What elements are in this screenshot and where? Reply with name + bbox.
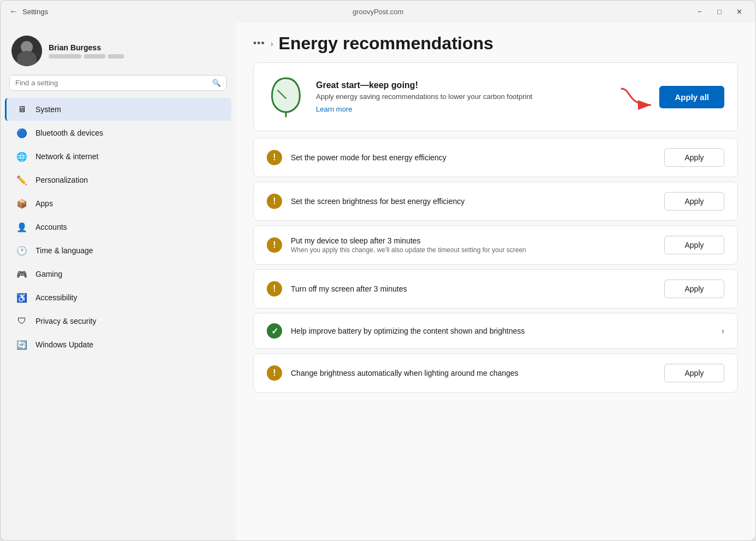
window-controls: − □ ✕ [692, 4, 747, 19]
breadcrumb-arrow: › [271, 39, 273, 48]
sidebar-item-update[interactable]: 🔄 Windows Update [5, 333, 231, 356]
update-icon: 🔄 [16, 339, 28, 351]
content-area: Brian Burgess 🔍 🖥 System [1, 22, 755, 540]
main-content: ••• › Energy recommendations [236, 22, 755, 540]
rec-subtitle-sleep: When you apply this change, we'll also u… [291, 246, 655, 254]
user-name: Brian Burgess [49, 43, 124, 52]
rec-title-screen-off: Turn off my screen after 3 minutes [291, 284, 655, 293]
leaf-icon [267, 74, 305, 120]
sidebar-item-personalization[interactable]: ✏️ Personalization [5, 168, 231, 191]
rec-row-battery-optimize[interactable]: ✓ Help improve battery by optimizing the… [253, 313, 738, 349]
red-arrow-icon [616, 83, 659, 110]
sidebar-item-bluetooth-label: Bluetooth & devices [36, 129, 103, 137]
sidebar-item-accessibility-label: Accessibility [36, 293, 77, 302]
sidebar-item-accounts-label: Accounts [36, 223, 67, 231]
energy-card-content: Great start—keep going! Apply energy sav… [316, 80, 605, 114]
rec-title-auto-brightness: Change brightness automatically when lig… [291, 369, 655, 377]
page-title: Energy recommendations [279, 33, 494, 54]
sidebar-item-network[interactable]: 🌐 Network & internet [5, 145, 231, 168]
rec-title-power-mode: Set the power mode for best energy effic… [291, 153, 655, 162]
sidebar-item-apps-label: Apps [36, 199, 53, 208]
user-bar-2 [84, 54, 106, 59]
apply-all-button[interactable]: Apply all [659, 86, 724, 108]
window-title: groovyPost.com [353, 8, 403, 16]
system-icon: 🖥 [16, 103, 28, 115]
warning-icon-screen-off: ! [267, 281, 282, 296]
rec-row-power-mode: ! Set the power mode for best energy eff… [253, 138, 738, 177]
settings-window: ← Settings groovyPost.com − □ ✕ Brian Bu… [0, 0, 756, 541]
user-bar-1 [49, 54, 81, 59]
user-bars [49, 54, 124, 59]
sidebar-item-gaming-label: Gaming [36, 270, 62, 278]
apps-icon: 📦 [16, 197, 28, 210]
sidebar-item-time[interactable]: 🕐 Time & language [5, 239, 231, 262]
warning-icon-power-mode: ! [267, 150, 282, 165]
accounts-icon: 👤 [16, 221, 28, 233]
apply-button-screen-brightness[interactable]: Apply [664, 192, 724, 211]
main-header: ••• › Energy recommendations [236, 22, 755, 62]
apply-button-sleep[interactable]: Apply [664, 236, 724, 254]
app-name: Settings [22, 8, 48, 16]
search-input[interactable] [15, 79, 208, 87]
energy-summary-card: Great start—keep going! Apply energy sav… [253, 62, 738, 131]
maximize-button[interactable]: □ [712, 4, 727, 19]
rec-text-power-mode: Set the power mode for best energy effic… [291, 153, 655, 162]
sidebar-item-time-label: Time & language [36, 246, 93, 255]
sidebar-item-gaming[interactable]: 🎮 Gaming [5, 263, 231, 286]
close-button[interactable]: ✕ [731, 4, 747, 19]
rec-text-battery-optimize: Help improve battery by optimizing the c… [291, 327, 713, 335]
apply-all-container: Apply all [616, 83, 724, 110]
avatar [11, 36, 42, 66]
success-icon-battery-optimize: ✓ [267, 323, 282, 339]
sidebar-item-update-label: Windows Update [36, 340, 93, 349]
rec-title-battery-optimize: Help improve battery by optimizing the c… [291, 327, 713, 335]
rec-text-auto-brightness: Change brightness automatically when lig… [291, 369, 655, 377]
minimize-button[interactable]: − [692, 4, 707, 19]
rec-title-sleep: Put my device to sleep after 3 minutes [291, 236, 655, 245]
warning-icon-auto-brightness: ! [267, 365, 282, 381]
sidebar: Brian Burgess 🔍 🖥 System [1, 22, 236, 540]
sidebar-item-system-label: System [36, 105, 61, 114]
apply-button-power-mode[interactable]: Apply [664, 148, 724, 167]
search-icon: 🔍 [212, 79, 221, 87]
rec-row-auto-brightness: ! Change brightness automatically when l… [253, 353, 738, 393]
search-box[interactable]: 🔍 [9, 75, 227, 91]
privacy-icon: 🛡 [16, 315, 28, 327]
rec-row-screen-off: ! Turn off my screen after 3 minutes App… [253, 269, 738, 309]
sidebar-item-privacy[interactable]: 🛡 Privacy & security [5, 310, 231, 333]
rec-text-sleep: Put my device to sleep after 3 minutes W… [291, 236, 655, 254]
sidebar-item-bluetooth[interactable]: 🔵 Bluetooth & devices [5, 121, 231, 144]
apply-button-auto-brightness[interactable]: Apply [664, 364, 724, 382]
user-profile: Brian Burgess [1, 31, 236, 75]
nav-list: 🖥 System 🔵 Bluetooth & devices 🌐 Network… [1, 97, 236, 357]
warning-icon-screen-brightness: ! [267, 194, 282, 209]
breadcrumb-dots: ••• [253, 38, 265, 49]
energy-card-description: Apply energy saving recommendations to l… [316, 92, 605, 101]
personalization-icon: ✏️ [16, 174, 28, 186]
apply-button-screen-off[interactable]: Apply [664, 280, 724, 298]
warning-icon-sleep: ! [267, 237, 282, 253]
sidebar-item-accessibility[interactable]: ♿ Accessibility [5, 286, 231, 309]
sidebar-item-privacy-label: Privacy & security [36, 317, 96, 325]
titlebar: ← Settings groovyPost.com − □ ✕ [1, 1, 755, 22]
time-icon: 🕐 [16, 245, 28, 257]
user-bar-3 [108, 54, 124, 59]
main-scroll: Great start—keep going! Apply energy sav… [236, 62, 755, 540]
rec-row-sleep: ! Put my device to sleep after 3 minutes… [253, 225, 738, 265]
accessibility-icon: ♿ [16, 292, 28, 304]
sidebar-item-apps[interactable]: 📦 Apps [5, 192, 231, 215]
sidebar-item-accounts[interactable]: 👤 Accounts [5, 216, 231, 238]
rec-text-screen-brightness: Set the screen brightness for best energ… [291, 197, 655, 206]
rec-title-screen-brightness: Set the screen brightness for best energ… [291, 197, 655, 206]
rec-row-screen-brightness: ! Set the screen brightness for best ene… [253, 182, 738, 221]
sidebar-item-system[interactable]: 🖥 System [5, 98, 231, 121]
sidebar-item-personalization-label: Personalization [36, 176, 88, 184]
back-button[interactable]: ← [9, 7, 18, 16]
chevron-right-icon: › [722, 326, 724, 336]
gaming-icon: 🎮 [16, 268, 28, 280]
rec-text-screen-off: Turn off my screen after 3 minutes [291, 284, 655, 293]
user-info: Brian Burgess [49, 43, 124, 59]
energy-card-title: Great start—keep going! [316, 80, 605, 90]
learn-more-link[interactable]: Learn more [316, 105, 352, 113]
sidebar-item-network-label: Network & internet [36, 152, 98, 161]
